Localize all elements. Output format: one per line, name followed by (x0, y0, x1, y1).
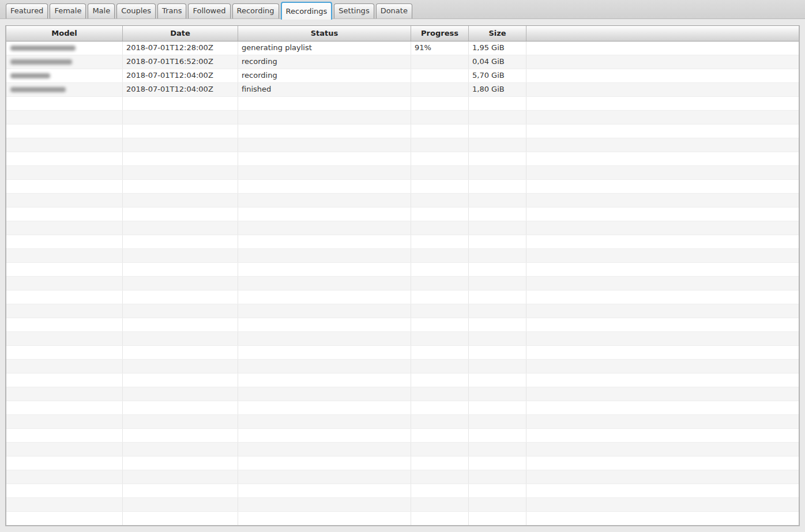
table-row-empty (6, 263, 799, 277)
cell-size (469, 470, 526, 484)
table-row[interactable]: 2018-07-01T12:04:00Z recording 5,70 GiB (6, 69, 799, 83)
table-row[interactable]: 2018-07-01T12:28:00Z generating playlist… (6, 41, 799, 55)
cell-date (123, 194, 238, 207)
cell-filler (526, 69, 799, 82)
table-row[interactable]: 2018-07-01T16:52:00Z recording 0,04 GiB (6, 55, 799, 69)
tab-label: Female (54, 6, 81, 15)
model-name-redacted (10, 87, 66, 92)
cell-size (469, 401, 526, 414)
cell-status (238, 415, 411, 428)
cell-progress (411, 111, 469, 124)
cell-model (6, 512, 123, 525)
table-row-empty (6, 111, 799, 124)
cell-filler (526, 470, 799, 484)
cell-progress: 91% (411, 41, 469, 55)
table-row-empty (6, 152, 799, 166)
tab-couples[interactable]: Couples (116, 3, 156, 18)
cell-size (469, 194, 526, 207)
table-row[interactable]: 2018-07-01T12:04:00Z finished 1,80 GiB (6, 83, 799, 97)
cell-filler (526, 443, 799, 456)
cell-date (123, 373, 238, 387)
tab-recording[interactable]: Recording (232, 3, 279, 18)
cell-status (238, 512, 411, 525)
cell-size (469, 360, 526, 373)
table-row-empty (6, 470, 799, 484)
cell-status (238, 124, 411, 138)
cell-progress (411, 166, 469, 179)
header-cell-model[interactable]: Model (6, 26, 123, 41)
cell-status: recording (238, 69, 411, 82)
cell-date (123, 443, 238, 456)
cell-progress (411, 512, 469, 525)
cell-date (123, 318, 238, 331)
cell-progress (411, 456, 469, 470)
cell-model (6, 194, 123, 207)
cell-size (469, 97, 526, 110)
cell-status (238, 401, 411, 414)
cell-status (238, 290, 411, 304)
header-cell-date[interactable]: Date (123, 26, 238, 41)
cell-size (469, 346, 526, 359)
cell-size (469, 138, 526, 152)
cell-date (123, 415, 238, 428)
tab-followed[interactable]: Followed (188, 3, 230, 18)
cell-status (238, 470, 411, 484)
cell-status (238, 207, 411, 221)
table-row-empty (6, 277, 799, 290)
cell-date (123, 456, 238, 470)
cell-status (238, 166, 411, 179)
tab-male[interactable]: Male (88, 3, 115, 18)
cell-size (469, 207, 526, 221)
cell-model (6, 332, 123, 345)
cell-filler (526, 373, 799, 387)
cell-model (6, 221, 123, 235)
cell-status (238, 456, 411, 470)
tab-featured[interactable]: Featured (6, 3, 48, 18)
cell-filler (526, 152, 799, 165)
header-cell-filler[interactable] (526, 26, 799, 41)
cell-model (6, 277, 123, 290)
tab-label: Featured (10, 6, 43, 15)
tab-trans[interactable]: Trans (157, 3, 186, 18)
table-row-empty (6, 429, 799, 443)
cell-status (238, 373, 411, 387)
header-cell-status[interactable]: Status (238, 26, 411, 41)
header-cell-label: Status (311, 29, 338, 37)
cell-status (238, 429, 411, 442)
table-row-empty (6, 332, 799, 346)
cell-model (6, 249, 123, 262)
tab-recordings[interactable]: Recordings (281, 2, 333, 20)
cell-filler (526, 194, 799, 207)
cell-size (469, 277, 526, 290)
tab-label: Couples (121, 6, 151, 15)
cell-filler (526, 318, 799, 331)
cell-model (6, 138, 123, 152)
tab-donate[interactable]: Donate (376, 3, 412, 18)
header-cell-progress[interactable]: Progress (411, 26, 469, 41)
header-cell-label: Model (51, 29, 77, 37)
cell-progress (411, 235, 469, 248)
cell-size: 5,70 GiB (469, 69, 526, 82)
cell-status (238, 263, 411, 276)
table-row-empty (6, 235, 799, 249)
cell-model (6, 360, 123, 373)
cell-size (469, 387, 526, 401)
cell-date (123, 111, 238, 124)
cell-model (6, 207, 123, 221)
cell-date (123, 304, 238, 318)
cell-model (6, 415, 123, 428)
cell-model (6, 69, 123, 82)
header-cell-size[interactable]: Size (469, 26, 526, 41)
tab-female[interactable]: Female (50, 3, 86, 18)
tab-settings[interactable]: Settings (334, 3, 374, 18)
table-row-empty (6, 207, 799, 221)
cell-status (238, 346, 411, 359)
tab-label: Trans (162, 6, 182, 15)
tab-label: Recording (237, 6, 274, 15)
cell-date (123, 166, 238, 179)
cell-model (6, 484, 123, 497)
cell-filler (526, 180, 799, 193)
table-row-empty (6, 166, 799, 180)
cell-status (238, 111, 411, 124)
cell-progress (411, 332, 469, 345)
